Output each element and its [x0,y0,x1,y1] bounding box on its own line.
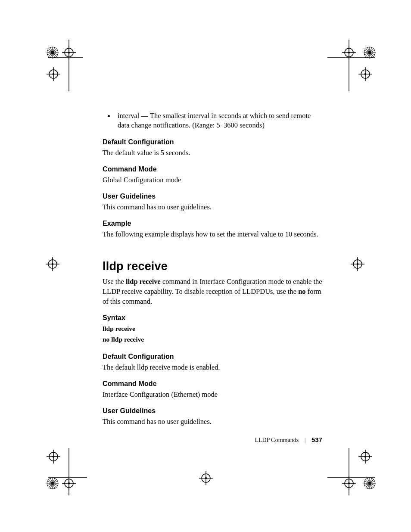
footer-page-number: 537 [311,436,322,443]
heading-command-mode-2: Command Mode [103,380,322,388]
text-example: The following example displays how to se… [103,229,322,239]
heading-default-config-1: Default Configuration [103,138,322,146]
registration-mark-icon [193,467,223,489]
text-command-mode-2: Interface Configuration (Ethernet) mode [103,389,322,399]
footer-separator-icon: | [305,437,306,443]
registration-mark-icon [31,31,83,91]
text-user-guidelines-1: This command has no user guidelines. [103,202,322,212]
heading-command-mode-1: Command Mode [103,165,322,173]
page-content: interval — The smallest interval in seco… [103,111,322,429]
footer-section: LLDP Commands [255,437,299,443]
syntax-line-1: lldp receive [103,324,322,334]
bullet-item: interval — The smallest interval in seco… [103,111,322,131]
command-intro: Use the lldp receive command in Interfac… [103,277,322,306]
heading-example: Example [103,220,322,227]
registration-mark-icon [40,253,70,275]
bullet-dot-icon [108,115,110,117]
intro-pre: Use the [103,277,126,286]
intro-bold2: no [298,287,305,296]
intro-bold1: lldp receive [126,277,161,286]
heading-default-config-2: Default Configuration [103,353,322,361]
page-footer: LLDP Commands | 537 [103,436,322,444]
heading-user-guidelines-2: User Guidelines [103,407,322,415]
bullet-text: interval — The smallest interval in seco… [118,111,322,131]
registration-mark-icon [319,444,388,504]
text-user-guidelines-2: This command has no user guidelines. [103,417,322,426]
heading-user-guidelines-1: User Guidelines [103,193,322,200]
heading-syntax: Syntax [103,314,322,322]
registration-mark-icon [345,253,375,275]
text-default-config-1: The default value is 5 seconds. [103,148,322,158]
registration-mark-icon [319,31,388,91]
text-command-mode-1: Global Configuration mode [103,175,322,185]
text-default-config-2: The default lldp receive mode is enabled… [103,362,322,372]
syntax-line-2: no lldp receive [103,334,322,345]
command-title: lldp receive [103,260,322,273]
registration-mark-icon [31,444,87,504]
